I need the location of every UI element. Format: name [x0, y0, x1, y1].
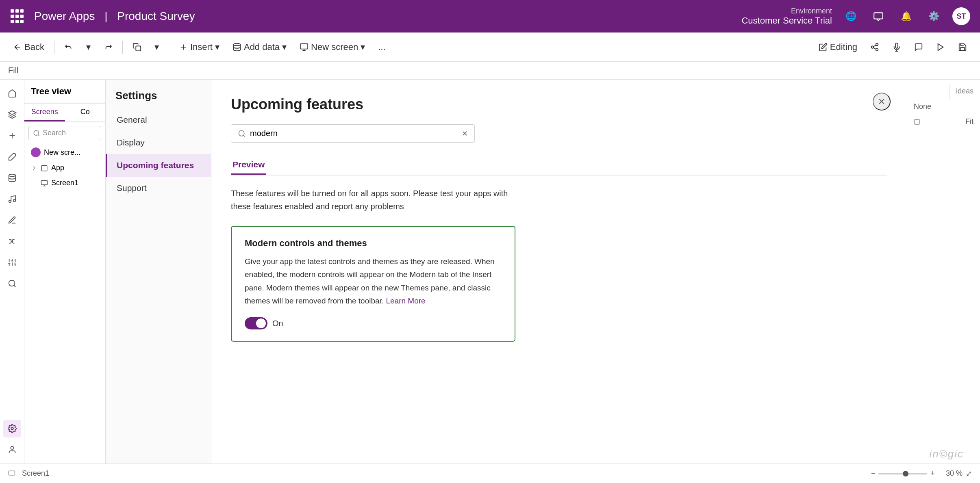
search-clear-button[interactable]: ✕: [462, 129, 468, 138]
user-icon[interactable]: [3, 441, 21, 459]
copy-dropdown[interactable]: ▾: [150, 39, 164, 55]
bottom-bar: Screen1 − + 30 % ⤢ in©gic: [0, 464, 980, 483]
divider-1: [54, 41, 54, 54]
none-label: None: [914, 102, 973, 111]
tree-view-panel: Tree view Screens Co Search New scre... …: [24, 80, 106, 464]
editing-button[interactable]: Editing: [814, 39, 862, 55]
svg-marker-12: [8, 111, 15, 115]
feature-description: Give your app the latest controls and th…: [245, 255, 502, 308]
play-button[interactable]: [931, 40, 950, 54]
feature-card-modern: Modern controls and themes Give your app…: [231, 226, 515, 342]
toggle-row: On: [245, 317, 502, 329]
upcoming-search-box: ✕: [231, 124, 475, 143]
bottom-screen-label: Screen1: [22, 469, 49, 478]
zoom-minus[interactable]: −: [871, 469, 876, 478]
svg-point-30: [11, 446, 13, 449]
add-data-button[interactable]: Add data ▾: [228, 39, 291, 55]
user-avatar[interactable]: ST: [952, 7, 970, 25]
modern-controls-toggle[interactable]: [245, 317, 267, 329]
environment-info: Environment Customer Service Trial: [741, 7, 832, 26]
svg-point-6: [876, 43, 878, 45]
svg-rect-33: [41, 165, 47, 171]
nav-left: Power Apps | Product Survey: [10, 9, 741, 24]
main-area: Tree view Screens Co Search New scre... …: [0, 80, 980, 464]
learn-more-link[interactable]: Learn More: [386, 297, 425, 305]
svg-line-32: [38, 134, 39, 136]
brush2-icon[interactable]: [3, 211, 21, 229]
svg-rect-37: [915, 119, 919, 124]
upcoming-tabs: Preview: [231, 156, 887, 175]
divider-3: [169, 41, 169, 54]
settings-item-general[interactable]: General: [106, 108, 211, 131]
tab-components[interactable]: Co: [65, 104, 106, 121]
upcoming-search-input[interactable]: [250, 129, 458, 138]
tree-search-box[interactable]: Search: [28, 126, 101, 140]
waffle-icon[interactable]: [10, 9, 24, 24]
svg-marker-11: [938, 43, 943, 50]
settings2-icon[interactable]: [3, 420, 21, 438]
back-button[interactable]: Back: [8, 39, 49, 55]
env-name: Customer Service Trial: [741, 15, 832, 26]
mic-button[interactable]: [887, 40, 906, 54]
settings-item-upcoming[interactable]: Upcoming features: [106, 154, 211, 177]
insert-button[interactable]: Insert ▾: [174, 39, 224, 55]
upcoming-features-panel: Upcoming features × ✕ Preview These feat…: [211, 80, 907, 464]
zoom-thumb: [903, 471, 908, 477]
app-title: Power Apps | Product Survey: [31, 10, 198, 23]
tab-preview[interactable]: Preview: [231, 156, 266, 175]
svg-line-28: [14, 285, 15, 287]
settings-item-display[interactable]: Display: [106, 131, 211, 154]
music-icon[interactable]: [3, 190, 21, 208]
watermark: in©gic: [929, 448, 964, 460]
zoom-slider[interactable]: [878, 473, 927, 474]
tree-tabs: Screens Co: [24, 104, 105, 122]
zoom-plus[interactable]: +: [930, 469, 935, 478]
divider-2: [122, 41, 123, 54]
tree-item-app[interactable]: App: [24, 160, 105, 175]
svg-point-15: [9, 174, 15, 177]
globe-icon[interactable]: 🌐: [842, 7, 860, 25]
chat-icon[interactable]: [869, 7, 887, 25]
tree-item-screen1[interactable]: Screen1: [24, 175, 105, 191]
search-input-label: Search: [43, 129, 66, 137]
copy-button[interactable]: [128, 40, 146, 54]
database-icon[interactable]: [3, 169, 21, 187]
svg-line-9: [874, 48, 876, 49]
nav-right: Environment Customer Service Trial 🌐 🔔 ⚙…: [741, 7, 970, 26]
redo-button[interactable]: [99, 40, 117, 54]
undo-button[interactable]: [59, 40, 78, 54]
svg-line-10: [874, 45, 876, 46]
fit-screen-icon[interactable]: ⤢: [966, 469, 972, 478]
close-button[interactable]: ×: [873, 93, 891, 110]
search2-icon[interactable]: [3, 275, 21, 292]
layers-icon[interactable]: [3, 106, 21, 123]
sliders-icon[interactable]: [3, 253, 21, 271]
toggle-knob: [256, 318, 266, 328]
home-icon[interactable]: [3, 84, 21, 102]
toggle-state-label: On: [272, 319, 283, 328]
svg-point-16: [9, 200, 11, 203]
zoom-control: − + 30 % ⤢: [871, 469, 972, 478]
settings-item-support[interactable]: Support: [106, 177, 211, 199]
toolbar-right: Editing: [814, 39, 972, 55]
left-sidebar: [0, 80, 24, 464]
undo-dropdown[interactable]: ▾: [81, 39, 96, 55]
tab-screens[interactable]: Screens: [24, 104, 65, 121]
variable-icon[interactable]: [3, 232, 21, 250]
svg-point-7: [871, 46, 874, 48]
tree-item-new-screen[interactable]: New scre...: [24, 144, 105, 160]
bell-icon[interactable]: 🔔: [897, 7, 915, 25]
svg-rect-34: [41, 180, 48, 185]
upcoming-title: Upcoming features: [231, 96, 887, 113]
svg-rect-0: [874, 13, 883, 19]
fill-bar: Fill: [0, 62, 980, 80]
preview-description: These features will be turned on for all…: [231, 187, 515, 213]
share-button[interactable]: [865, 40, 884, 54]
new-screen-button[interactable]: New screen ▾: [295, 39, 370, 55]
settings-icon[interactable]: ⚙️: [925, 7, 943, 25]
plus-icon[interactable]: [3, 127, 21, 145]
more-button[interactable]: ...: [373, 39, 390, 55]
paintbrush-icon[interactable]: [3, 148, 21, 166]
comment-button[interactable]: [909, 40, 928, 54]
save-button[interactable]: [953, 40, 972, 54]
